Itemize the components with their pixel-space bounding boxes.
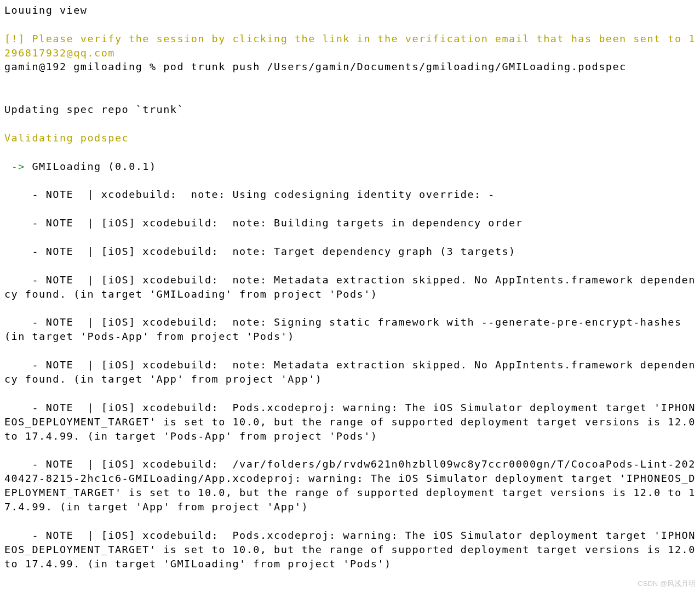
note-line: - NOTE | [iOS] xcodebuild: Pods.xcodepro… <box>4 401 696 443</box>
cut-line: Louuing view <box>4 3 696 18</box>
updating-line-1: Updating spec repo `trunk` <box>4 103 696 117</box>
note-line: - NOTE | [iOS] xcodebuild: note: Signing… <box>4 315 696 344</box>
note-line: - NOTE | [iOS] xcodebuild: note: Buildin… <box>4 216 696 230</box>
arrow-indicator: -> <box>4 161 32 172</box>
note-line: - NOTE | [iOS] xcodebuild: note: Metadat… <box>4 273 696 301</box>
arrow-label: GMILoading (0.0.1) <box>32 161 156 172</box>
arrow-line: -> GMILoading (0.0.1) <box>4 160 696 174</box>
prompt-line-1: gamin@192 gmiloading % pod trunk push /U… <box>4 60 696 74</box>
watermark-label: CSDN @风浅月明 <box>638 579 696 589</box>
note-line: - NOTE | [iOS] xcodebuild: /var/folders/… <box>4 457 696 514</box>
note-line: - NOTE | [iOS] xcodebuild: note: Target … <box>4 244 696 259</box>
terminal-output: Louuing view [!] Please verify the sessi… <box>4 0 696 592</box>
validating-line: Validating podspec <box>4 131 696 145</box>
note-line: - NOTE | [iOS] xcodebuild: note: Metadat… <box>4 358 696 386</box>
note-line: - NOTE | [iOS] xcodebuild: Pods.xcodepro… <box>4 528 696 571</box>
warning-line: [!] Please verify the session by clickin… <box>4 33 696 59</box>
note-line: - NOTE | xcodebuild: note: Using codesig… <box>4 187 696 202</box>
